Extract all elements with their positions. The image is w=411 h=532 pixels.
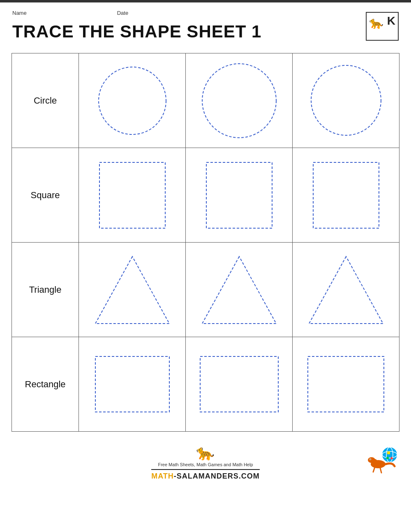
svg-rect-10 [200, 356, 278, 412]
svg-marker-6 [95, 257, 169, 324]
square-shape-3 [293, 148, 399, 243]
logo-k: K [387, 14, 395, 28]
svg-rect-11 [308, 356, 384, 412]
triangle-shape-3 [293, 243, 399, 337]
rectangle-shape-1 [79, 337, 186, 432]
header-left: Name Date TRACE THE SHAPE SHEET 1 [12, 10, 261, 42]
circle-shape-3 [293, 53, 399, 148]
footer-site-ath: ATH [158, 472, 174, 480]
svg-rect-9 [95, 356, 169, 412]
footer-site-math: M [151, 472, 158, 480]
table-row: Square [12, 148, 399, 243]
svg-line-17 [373, 467, 375, 472]
circle-shape-2 [186, 53, 293, 148]
footer-tagline: Free Math Sheets, Math Games and Math He… [158, 462, 253, 467]
square-shape-2 [186, 148, 293, 243]
logo-box: 🐆 K [366, 12, 399, 41]
svg-marker-8 [309, 257, 383, 324]
svg-rect-4 [206, 162, 272, 228]
svg-point-1 [202, 64, 276, 138]
page-title: TRACE THE SHAPE SHEET 1 [12, 22, 261, 42]
svg-point-16 [370, 459, 371, 460]
name-label: Name [12, 10, 27, 16]
svg-point-0 [99, 67, 166, 134]
logo-animal-icon: 🐆 [369, 16, 383, 30]
shapes-table: Circle Square [12, 53, 399, 432]
svg-marker-7 [202, 257, 276, 324]
svg-point-2 [311, 65, 381, 135]
square-shape-1 [79, 148, 186, 243]
shape-label-rectangle: Rectangle [12, 337, 79, 432]
rectangle-shape-3 [293, 337, 399, 432]
triangle-shape-2 [186, 243, 293, 337]
page-header: Name Date TRACE THE SHAPE SHEET 1 🐆 K [0, 2, 411, 42]
svg-rect-5 [313, 162, 379, 228]
circle-shape-1 [79, 53, 186, 148]
name-date-row: Name Date [12, 10, 261, 16]
page-footer: 🐆 Free Math Sheets, Math Games and Math … [0, 440, 411, 489]
table-row: Triangle [12, 243, 399, 337]
footer-site: MATH-SALAMANDERS.COM [151, 472, 260, 481]
shape-label-square: Square [12, 148, 79, 243]
rectangle-shape-2 [186, 337, 293, 432]
svg-point-19 [382, 447, 397, 462]
svg-line-18 [380, 468, 381, 473]
shape-label-circle: Circle [12, 53, 79, 148]
footer-center: 🐆 Free Math Sheets, Math Games and Math … [151, 444, 260, 481]
svg-rect-3 [99, 162, 165, 228]
footer-logo-animal-icon: 🐆 [196, 444, 215, 461]
table-row: Circle [12, 53, 399, 148]
svg-point-14 [368, 457, 375, 463]
date-label: Date [117, 10, 128, 16]
svg-rect-22 [387, 451, 390, 454]
shape-label-triangle: Triangle [12, 243, 79, 337]
table-row: Rectangle [12, 337, 399, 432]
triangle-shape-1 [79, 243, 186, 337]
svg-point-24 [386, 457, 389, 459]
footer-right-animal-icon [366, 446, 399, 479]
